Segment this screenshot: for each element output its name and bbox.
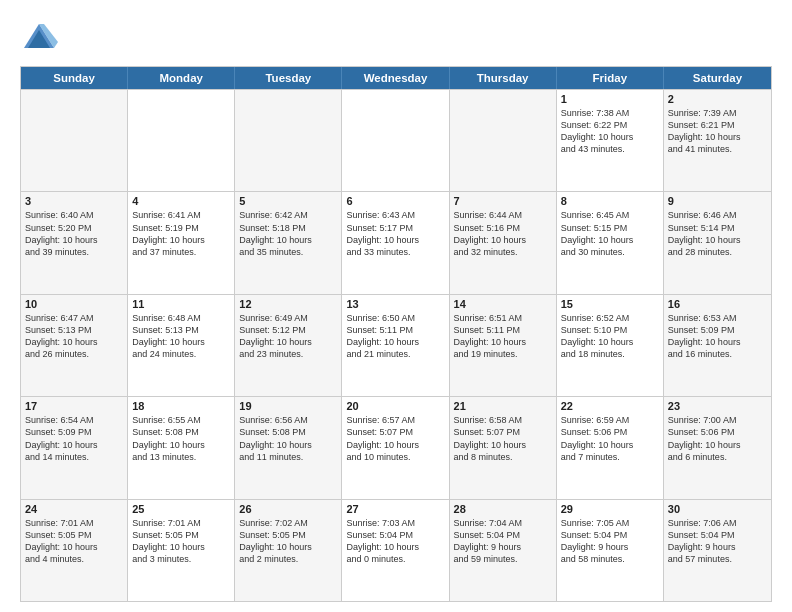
day-info: Sunrise: 6:48 AM Sunset: 5:13 PM Dayligh…	[132, 312, 230, 361]
calendar-cell: 15Sunrise: 6:52 AM Sunset: 5:10 PM Dayli…	[557, 295, 664, 396]
calendar-cell: 3Sunrise: 6:40 AM Sunset: 5:20 PM Daylig…	[21, 192, 128, 293]
day-number: 11	[132, 298, 230, 310]
day-number: 26	[239, 503, 337, 515]
calendar-week: 1Sunrise: 7:38 AM Sunset: 6:22 PM Daylig…	[21, 89, 771, 191]
calendar-cell: 25Sunrise: 7:01 AM Sunset: 5:05 PM Dayli…	[128, 500, 235, 601]
calendar-week: 3Sunrise: 6:40 AM Sunset: 5:20 PM Daylig…	[21, 191, 771, 293]
day-info: Sunrise: 7:03 AM Sunset: 5:04 PM Dayligh…	[346, 517, 444, 566]
day-number: 5	[239, 195, 337, 207]
day-info: Sunrise: 6:55 AM Sunset: 5:08 PM Dayligh…	[132, 414, 230, 463]
calendar-cell	[235, 90, 342, 191]
day-info: Sunrise: 7:39 AM Sunset: 6:21 PM Dayligh…	[668, 107, 767, 156]
day-info: Sunrise: 6:52 AM Sunset: 5:10 PM Dayligh…	[561, 312, 659, 361]
day-info: Sunrise: 6:56 AM Sunset: 5:08 PM Dayligh…	[239, 414, 337, 463]
calendar-header: SundayMondayTuesdayWednesdayThursdayFrid…	[21, 67, 771, 89]
calendar-cell: 16Sunrise: 6:53 AM Sunset: 5:09 PM Dayli…	[664, 295, 771, 396]
day-number: 28	[454, 503, 552, 515]
day-number: 23	[668, 400, 767, 412]
day-info: Sunrise: 6:51 AM Sunset: 5:11 PM Dayligh…	[454, 312, 552, 361]
day-info: Sunrise: 6:54 AM Sunset: 5:09 PM Dayligh…	[25, 414, 123, 463]
calendar-cell: 24Sunrise: 7:01 AM Sunset: 5:05 PM Dayli…	[21, 500, 128, 601]
day-number: 10	[25, 298, 123, 310]
page: SundayMondayTuesdayWednesdayThursdayFrid…	[0, 0, 792, 612]
calendar-cell: 26Sunrise: 7:02 AM Sunset: 5:05 PM Dayli…	[235, 500, 342, 601]
day-number: 14	[454, 298, 552, 310]
day-number: 19	[239, 400, 337, 412]
day-info: Sunrise: 6:40 AM Sunset: 5:20 PM Dayligh…	[25, 209, 123, 258]
day-info: Sunrise: 7:02 AM Sunset: 5:05 PM Dayligh…	[239, 517, 337, 566]
day-info: Sunrise: 7:00 AM Sunset: 5:06 PM Dayligh…	[668, 414, 767, 463]
calendar-cell: 20Sunrise: 6:57 AM Sunset: 5:07 PM Dayli…	[342, 397, 449, 498]
day-info: Sunrise: 7:38 AM Sunset: 6:22 PM Dayligh…	[561, 107, 659, 156]
day-info: Sunrise: 7:01 AM Sunset: 5:05 PM Dayligh…	[132, 517, 230, 566]
day-number: 4	[132, 195, 230, 207]
day-info: Sunrise: 6:58 AM Sunset: 5:07 PM Dayligh…	[454, 414, 552, 463]
calendar-cell: 1Sunrise: 7:38 AM Sunset: 6:22 PM Daylig…	[557, 90, 664, 191]
day-info: Sunrise: 6:47 AM Sunset: 5:13 PM Dayligh…	[25, 312, 123, 361]
calendar-cell: 22Sunrise: 6:59 AM Sunset: 5:06 PM Dayli…	[557, 397, 664, 498]
day-info: Sunrise: 7:06 AM Sunset: 5:04 PM Dayligh…	[668, 517, 767, 566]
calendar-header-cell: Friday	[557, 67, 664, 89]
calendar-week: 17Sunrise: 6:54 AM Sunset: 5:09 PM Dayli…	[21, 396, 771, 498]
day-info: Sunrise: 7:04 AM Sunset: 5:04 PM Dayligh…	[454, 517, 552, 566]
calendar-cell: 30Sunrise: 7:06 AM Sunset: 5:04 PM Dayli…	[664, 500, 771, 601]
calendar-cell: 5Sunrise: 6:42 AM Sunset: 5:18 PM Daylig…	[235, 192, 342, 293]
day-number: 13	[346, 298, 444, 310]
day-number: 24	[25, 503, 123, 515]
calendar-cell	[342, 90, 449, 191]
day-info: Sunrise: 6:42 AM Sunset: 5:18 PM Dayligh…	[239, 209, 337, 258]
day-info: Sunrise: 6:44 AM Sunset: 5:16 PM Dayligh…	[454, 209, 552, 258]
calendar-cell: 18Sunrise: 6:55 AM Sunset: 5:08 PM Dayli…	[128, 397, 235, 498]
calendar-header-cell: Monday	[128, 67, 235, 89]
day-info: Sunrise: 6:43 AM Sunset: 5:17 PM Dayligh…	[346, 209, 444, 258]
calendar-cell: 13Sunrise: 6:50 AM Sunset: 5:11 PM Dayli…	[342, 295, 449, 396]
calendar-cell: 11Sunrise: 6:48 AM Sunset: 5:13 PM Dayli…	[128, 295, 235, 396]
day-info: Sunrise: 6:50 AM Sunset: 5:11 PM Dayligh…	[346, 312, 444, 361]
calendar-cell: 8Sunrise: 6:45 AM Sunset: 5:15 PM Daylig…	[557, 192, 664, 293]
calendar: SundayMondayTuesdayWednesdayThursdayFrid…	[20, 66, 772, 602]
day-number: 29	[561, 503, 659, 515]
day-number: 12	[239, 298, 337, 310]
day-number: 9	[668, 195, 767, 207]
calendar-cell: 10Sunrise: 6:47 AM Sunset: 5:13 PM Dayli…	[21, 295, 128, 396]
calendar-cell: 29Sunrise: 7:05 AM Sunset: 5:04 PM Dayli…	[557, 500, 664, 601]
calendar-cell: 21Sunrise: 6:58 AM Sunset: 5:07 PM Dayli…	[450, 397, 557, 498]
day-number: 16	[668, 298, 767, 310]
day-number: 7	[454, 195, 552, 207]
day-info: Sunrise: 6:53 AM Sunset: 5:09 PM Dayligh…	[668, 312, 767, 361]
day-number: 25	[132, 503, 230, 515]
calendar-cell: 6Sunrise: 6:43 AM Sunset: 5:17 PM Daylig…	[342, 192, 449, 293]
logo	[20, 20, 62, 58]
calendar-cell: 12Sunrise: 6:49 AM Sunset: 5:12 PM Dayli…	[235, 295, 342, 396]
calendar-cell: 19Sunrise: 6:56 AM Sunset: 5:08 PM Dayli…	[235, 397, 342, 498]
day-info: Sunrise: 6:57 AM Sunset: 5:07 PM Dayligh…	[346, 414, 444, 463]
calendar-week: 24Sunrise: 7:01 AM Sunset: 5:05 PM Dayli…	[21, 499, 771, 601]
calendar-header-cell: Tuesday	[235, 67, 342, 89]
calendar-cell: 14Sunrise: 6:51 AM Sunset: 5:11 PM Dayli…	[450, 295, 557, 396]
logo-icon	[20, 20, 58, 58]
calendar-header-cell: Saturday	[664, 67, 771, 89]
day-number: 6	[346, 195, 444, 207]
day-number: 20	[346, 400, 444, 412]
calendar-cell: 27Sunrise: 7:03 AM Sunset: 5:04 PM Dayli…	[342, 500, 449, 601]
day-number: 18	[132, 400, 230, 412]
day-number: 27	[346, 503, 444, 515]
calendar-cell: 9Sunrise: 6:46 AM Sunset: 5:14 PM Daylig…	[664, 192, 771, 293]
calendar-cell	[21, 90, 128, 191]
day-info: Sunrise: 6:41 AM Sunset: 5:19 PM Dayligh…	[132, 209, 230, 258]
calendar-body: 1Sunrise: 7:38 AM Sunset: 6:22 PM Daylig…	[21, 89, 771, 601]
calendar-week: 10Sunrise: 6:47 AM Sunset: 5:13 PM Dayli…	[21, 294, 771, 396]
day-info: Sunrise: 6:45 AM Sunset: 5:15 PM Dayligh…	[561, 209, 659, 258]
day-number: 30	[668, 503, 767, 515]
day-number: 22	[561, 400, 659, 412]
day-number: 2	[668, 93, 767, 105]
calendar-header-cell: Wednesday	[342, 67, 449, 89]
calendar-cell: 2Sunrise: 7:39 AM Sunset: 6:21 PM Daylig…	[664, 90, 771, 191]
day-number: 3	[25, 195, 123, 207]
day-number: 8	[561, 195, 659, 207]
day-number: 15	[561, 298, 659, 310]
calendar-cell: 23Sunrise: 7:00 AM Sunset: 5:06 PM Dayli…	[664, 397, 771, 498]
calendar-header-cell: Thursday	[450, 67, 557, 89]
calendar-cell: 7Sunrise: 6:44 AM Sunset: 5:16 PM Daylig…	[450, 192, 557, 293]
day-info: Sunrise: 6:49 AM Sunset: 5:12 PM Dayligh…	[239, 312, 337, 361]
